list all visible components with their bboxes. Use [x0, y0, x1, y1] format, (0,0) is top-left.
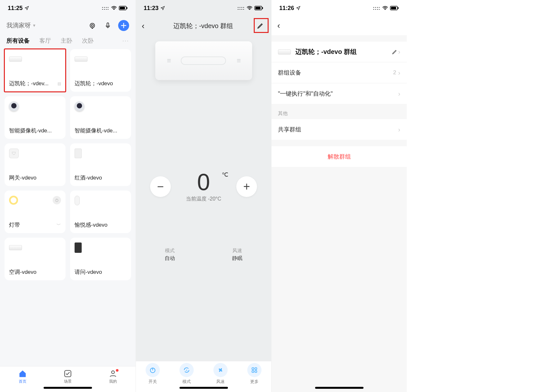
add-button[interactable] — [118, 20, 129, 31]
svg-text:A: A — [186, 369, 188, 372]
fan-label: 风速 — [232, 248, 242, 254]
fan-icon — [217, 366, 224, 374]
row-group-devices[interactable]: 群组设备 2› — [272, 62, 407, 83]
btn-label: 风速 — [216, 379, 225, 385]
home-indicator[interactable] — [179, 387, 228, 389]
location-icon — [160, 6, 165, 10]
tab-all-devices[interactable]: 所有设备 — [6, 37, 30, 45]
speaker-icon — [75, 242, 82, 253]
tab-home[interactable]: 首页 — [0, 366, 45, 392]
ac-icon — [9, 57, 22, 62]
btn-power[interactable]: 开关 — [136, 361, 170, 386]
power-icon[interactable] — [53, 196, 61, 204]
chevron-right-icon: › — [398, 69, 400, 77]
btn-label: 模式 — [182, 379, 191, 385]
screen-group-settings: 11:26 :::: ‹ 迈凯轮；-vdevo 群组 › 群组设备 2› "一键… — [271, 0, 407, 392]
device-card[interactable]: 智能摄像机-vde... — [70, 96, 131, 139]
home-indicator[interactable] — [44, 387, 92, 389]
light-icon — [9, 196, 18, 205]
device-card[interactable]: 空调-vdevo — [5, 238, 66, 280]
back-button[interactable]: ‹ — [277, 21, 287, 31]
device-name: 智能摄像机-vde... — [75, 127, 127, 134]
ac-icon — [9, 245, 22, 250]
page-title: 迈凯轮；-vdevo 群组 — [151, 22, 255, 30]
group-name: 迈凯轮；-vdevo 群组 — [295, 47, 387, 56]
chevron-down-icon[interactable]: ﹀ — [56, 222, 61, 228]
tabs-more-icon[interactable]: ··· — [122, 37, 129, 44]
mode-value: 自动 — [165, 255, 175, 262]
svg-rect-3 — [127, 7, 128, 9]
dissolve-group-button[interactable]: 解散群组 — [272, 146, 407, 167]
vent-icon: ≡ — [237, 57, 240, 65]
svg-rect-17 — [255, 368, 257, 370]
device-name: 请问-vdevo — [75, 268, 127, 276]
current-temperature: 当前温度 -20°C — [186, 196, 221, 202]
home-selector[interactable]: 我滴家呀 ▼ — [6, 21, 36, 30]
camera-icon — [75, 101, 84, 111]
camera-icon — [9, 101, 19, 111]
device-card[interactable]: 灯带 ﹀ — [5, 191, 66, 233]
set-temperature: 0 ℃ — [186, 170, 221, 194]
sensor-icon — [75, 196, 80, 205]
camera-shortcut-icon[interactable] — [87, 20, 97, 31]
ac-icon — [75, 57, 87, 62]
tab-living[interactable]: 客厅 — [39, 37, 51, 45]
more-icon — [251, 367, 258, 373]
row-label: 群组设备 — [278, 69, 301, 77]
temp-plus-button[interactable]: + — [236, 176, 257, 197]
tab-second[interactable]: 次卧 — [82, 37, 94, 45]
ac-display — [181, 57, 226, 65]
svg-rect-22 — [391, 7, 396, 9]
device-card[interactable]: 迈凯轮；-vdevo — [70, 49, 131, 92]
row-share-group[interactable]: 共享群组 › — [272, 119, 407, 140]
status-icons: :::: — [373, 5, 399, 11]
status-time: 11:25 — [8, 5, 23, 12]
edit-name-button[interactable]: › — [392, 48, 400, 56]
temperature-control: − 0 ℃ 当前温度 -20°C + — [136, 170, 271, 202]
device-card[interactable]: 智能摄像机-vde... — [5, 96, 66, 139]
svg-rect-13 — [262, 7, 263, 9]
microphone-icon[interactable] — [103, 20, 113, 31]
btn-fan[interactable]: 风速 — [204, 361, 238, 386]
ac-illustration: ≡ ≡ — [155, 41, 252, 80]
home-name-label: 我滴家呀 — [6, 21, 31, 30]
edit-icon — [392, 49, 397, 55]
temp-minus-button[interactable]: − — [150, 176, 171, 197]
back-button[interactable]: ‹ — [142, 21, 151, 31]
wine-icon — [75, 149, 82, 158]
device-name: 迈凯轮；-vdev... — [9, 80, 48, 87]
device-name: 智能摄像机-vde... — [9, 127, 61, 134]
row-automation[interactable]: "一键执行"和"自动化" › — [272, 83, 407, 104]
mode-fan-row: 模式 自动 风速 静眠 — [136, 248, 271, 262]
btn-more[interactable]: 更多 — [237, 361, 271, 386]
status-bar: 11:26 :::: — [272, 0, 407, 16]
status-time: 11:26 — [279, 5, 294, 12]
device-card[interactable]: 红酒-vdevo — [70, 143, 131, 186]
home-indicator[interactable] — [315, 387, 364, 389]
svg-point-10 — [249, 9, 250, 10]
mode-selector[interactable]: 模式 自动 — [165, 248, 175, 262]
device-card[interactable]: 请问-vdevo — [70, 238, 131, 280]
chevron-right-icon: › — [398, 48, 400, 56]
device-card[interactable]: 🛡 网关-vdevo — [5, 143, 66, 186]
btn-mode[interactable]: A 模式 — [170, 361, 204, 386]
chevron-right-icon: › — [398, 90, 400, 98]
device-card[interactable]: 迈凯轮；-vdev... ▤ — [5, 49, 66, 92]
location-icon — [25, 6, 29, 10]
tab-label: 我的 — [109, 379, 117, 384]
row-label: 解散群组 — [328, 153, 351, 160]
mode-icon: A — [183, 366, 190, 374]
svg-rect-2 — [120, 7, 125, 9]
tab-me[interactable]: 我的 — [90, 366, 136, 392]
group-header-row[interactable]: 迈凯轮；-vdevo 群组 › — [272, 42, 407, 62]
device-card[interactable]: 愉悦感-vdevo — [70, 191, 131, 233]
tab-master[interactable]: 主卧 — [61, 37, 72, 45]
svg-point-0 — [114, 9, 114, 10]
mode-label: 模式 — [165, 248, 175, 254]
tab-label: 场景 — [64, 379, 72, 384]
chevron-down-icon: ▼ — [32, 23, 36, 28]
fan-selector[interactable]: 风速 静眠 — [232, 248, 242, 262]
svg-rect-18 — [252, 371, 254, 373]
gateway-icon: 🛡 — [9, 149, 19, 158]
row-value: 2 — [393, 69, 396, 76]
